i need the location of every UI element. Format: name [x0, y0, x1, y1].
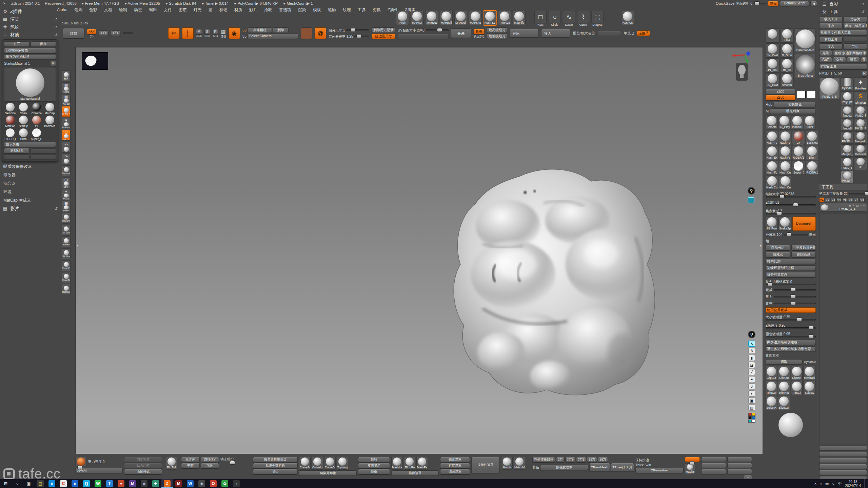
quick-strip-button[interactable]: + 中心点	[62, 189, 71, 200]
lightbox-material-button[interactable]: Lightbox▶材质	[4, 48, 56, 53]
grow-mask-button[interactable]: 扩展遮罩	[440, 463, 470, 468]
primitive-cylinder-button[interactable]: 圆柱体Y	[201, 457, 219, 462]
brush-thumbnail[interactable]: TrimAda	[498, 11, 511, 25]
tutorial-button[interactable]: 教程	[768, 1, 778, 6]
annotation-color-swatch[interactable]	[748, 420, 752, 423]
tposemesh-button[interactable]: TPoseMesh	[589, 463, 610, 472]
brush-thumbnail[interactable]: BasicMa	[806, 131, 818, 145]
dynamic-subdiv-label[interactable]: 动态细分	[220, 457, 252, 462]
group-from-paint-button[interactable]: 由多边形绘制创建组	[766, 340, 816, 345]
subtool-footer-button[interactable]	[819, 464, 867, 469]
tray-expand-icon[interactable]: ∧	[814, 482, 817, 486]
tray-icon[interactable]: ∿	[831, 482, 834, 486]
mirror-z-button[interactable]: >Z<	[111, 30, 120, 36]
head-reference-thumbnail[interactable]	[736, 63, 748, 81]
backface-mask-label[interactable]: 背面遮罩	[766, 353, 816, 358]
taskbar-app-icon[interactable]: M	[173, 479, 184, 488]
brush-thumbnail[interactable]: ClipCur	[778, 366, 790, 380]
primitive-sphere-button[interactable]: 球体	[201, 463, 219, 468]
quick-strip-button[interactable]: Q QXYZ	[62, 130, 71, 141]
subtool-footer-button[interactable]	[819, 452, 867, 457]
store-camera-button[interactable]: 存储相机	[248, 27, 272, 33]
tool-thumbnail[interactable]: Cylinder	[841, 77, 854, 91]
tool-thumbnail[interactable]: ✦PolyMes	[854, 77, 867, 91]
menu-item[interactable]: 笔触	[328, 7, 336, 13]
window-control-button[interactable]: ◀	[810, 1, 817, 6]
brush-thumbnail[interactable]: 27	[792, 131, 805, 145]
palette-zplugin[interactable]: ⚙Z插件	[0, 7, 60, 15]
polycount-preset-button[interactable]: 7万5	[576, 457, 586, 462]
brush-thumbnail[interactable]: PlanarR	[791, 115, 803, 129]
subtool-footer-button[interactable]	[819, 446, 867, 451]
lightbox-button[interactable]: 灯箱	[63, 28, 84, 38]
split-masked-button[interactable]: 拆分已遮罩点	[766, 272, 816, 278]
quicksave-button[interactable]: QuickSave	[716, 1, 735, 5]
store-morph-target-button[interactable]: 存储变换目标	[532, 457, 555, 462]
material-swatch[interactable]: MatCap	[43, 103, 56, 115]
taskbar-app-icon[interactable]: Q	[81, 479, 92, 488]
tool-thumbnail[interactable]: Merged_	[854, 131, 867, 144]
brush-thumbnail[interactable]: Nash Fc	[779, 146, 791, 160]
taskbar-app-icon[interactable]: T	[104, 479, 115, 488]
menu-item[interactable]: 文件	[164, 7, 172, 13]
menu-item[interactable]: 灯光	[194, 7, 202, 13]
color-sensitivity-slider[interactable]	[766, 336, 816, 338]
tool-thumbnail[interactable]: PM3D_F	[854, 119, 867, 131]
annotation-tool-button[interactable]: ▤	[748, 405, 755, 411]
brush-thumbnail[interactable]	[75, 457, 87, 466]
material-section-link[interactable]: 蜡质效果修改器	[0, 162, 60, 171]
tool-thumbnail[interactable]: PM3D_F	[841, 157, 854, 170]
shelf-button[interactable]	[701, 469, 726, 474]
spotlight-button[interactable]: @	[315, 27, 326, 39]
material-preview[interactable]: StartupMaterial	[4, 67, 56, 102]
edge-loop-button[interactable]: 边缘环底部凹边框	[766, 265, 816, 271]
quick-strip-button[interactable]: JN_SPi	[62, 225, 71, 236]
mask-brush-thumbnail[interactable]: MaskPe	[416, 457, 428, 470]
axis-gizmo[interactable]	[731, 50, 752, 64]
brush-thumbnail[interactable]: TrimCur	[766, 381, 777, 395]
lowest-subdiv-button[interactable]: 最低级细分	[487, 34, 507, 39]
camera-button[interactable]: ◉	[229, 27, 240, 39]
tool-r-button[interactable]: R	[862, 70, 867, 76]
language-indicator[interactable]: 中	[838, 481, 842, 486]
r-button[interactable]: R	[861, 57, 867, 63]
menu-item[interactable]: 首选项	[279, 7, 291, 13]
auto-groups-button[interactable]: 自动分组	[766, 245, 790, 250]
material-section-link[interactable]: 修改器	[0, 171, 60, 179]
tray-icon[interactable]: ◐	[820, 482, 823, 486]
brush-thumbnail[interactable]: SelectR	[766, 396, 777, 410]
tool-thumbnail[interactable]: PM3D_f	[854, 106, 867, 118]
draw-size-slider[interactable]	[766, 196, 816, 198]
curve-mode-button[interactable]: 曲线模式	[124, 469, 162, 474]
crease-button[interactable]: 折边	[253, 469, 298, 474]
morph-brush-thumbnail[interactable]: Morph	[501, 457, 513, 470]
stroke-type-button[interactable]: ⌇Curve	[577, 11, 589, 26]
menu-item[interactable]: 变换	[373, 7, 381, 13]
taskbar-app-icon[interactable]: ▣	[23, 479, 35, 488]
brush-thumbnail[interactable]: JN_Flar	[766, 58, 780, 73]
brush-thumbnail[interactable]: Nash Tu	[779, 131, 791, 145]
overlay-capture-button[interactable]	[748, 197, 754, 203]
sculpt-model[interactable]	[432, 163, 662, 400]
tool-thumbnail[interactable]: fange5	[841, 119, 854, 131]
brush-thumbnail[interactable]: SnakeSp	[778, 217, 792, 231]
refresh-icon[interactable]: ↺	[861, 9, 865, 14]
make-polymesh-button[interactable]: 生成 多边形网格物体	[833, 50, 867, 56]
morph-brush-thumbnail[interactable]: MatchM	[514, 457, 525, 470]
brush-thumbnail[interactable]: Nash Cu	[779, 161, 791, 175]
quick-strip-button[interactable]: 材质	[62, 70, 71, 81]
subtool-item-icon[interactable]: ✎	[852, 204, 855, 207]
quick-strip-button[interactable]: Flatten	[62, 237, 71, 247]
material-sphere-preview[interactable]	[778, 413, 803, 437]
menu-item[interactable]: 工具	[358, 7, 366, 13]
brush-thumbnail[interactable]: Nash Ex	[766, 146, 778, 160]
taskbar-app-icon[interactable]: ✚	[150, 479, 161, 488]
rotate-button[interactable]: R	[213, 29, 218, 35]
annotation-tool-button[interactable]: ✎	[748, 348, 755, 354]
taskbar-app-icon[interactable]: ⊞	[0, 479, 12, 488]
refresh-icon[interactable]: ↺	[54, 25, 58, 29]
brush-thumbnail[interactable]: JN_Clay	[778, 115, 790, 129]
taskbar-app-icon[interactable]: ◈	[196, 479, 208, 488]
brush-thumbnail[interactable]: Paint	[804, 115, 816, 129]
flip-button[interactable]: 翻转	[358, 457, 390, 462]
